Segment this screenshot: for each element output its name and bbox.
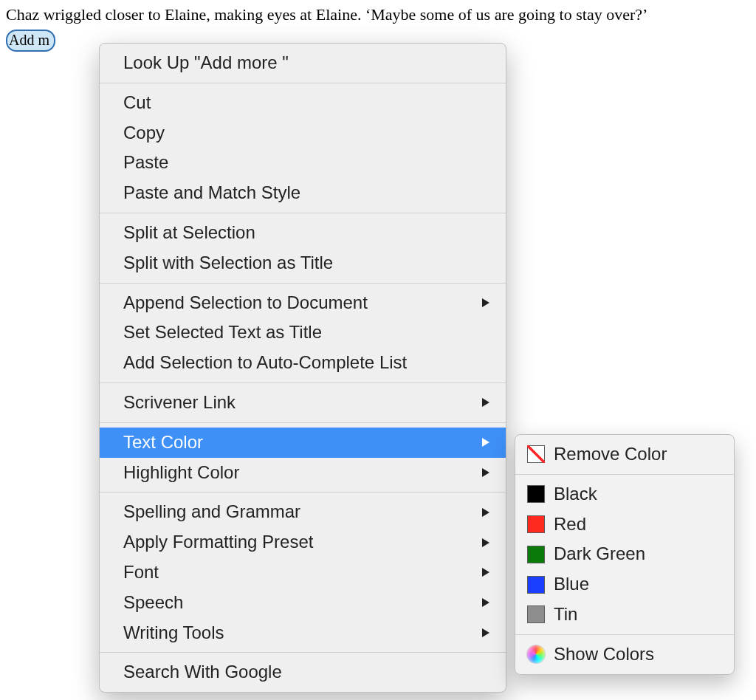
svg-marker-8 (482, 628, 489, 637)
submenu-arrow-icon (481, 436, 491, 448)
menu-cut[interactable]: Cut (100, 88, 506, 118)
submenu-arrow-icon (481, 397, 491, 408)
submenu-item-label: Black (554, 481, 597, 507)
menu-item-label: Scrivener Link (123, 392, 236, 412)
menu-separator (100, 283, 506, 284)
menu-separator (100, 422, 506, 423)
color-swatch-icon (527, 485, 545, 503)
menu-apply-formatting-preset[interactable]: Apply Formatting Preset (100, 527, 506, 557)
submenu-color-red[interactable]: Red (515, 509, 734, 540)
menu-add-selection-to-autocomplete-list[interactable]: Add Selection to Auto-Complete List (100, 348, 506, 378)
menu-copy[interactable]: Copy (100, 118, 506, 148)
menu-append-selection-to-document[interactable]: Append Selection to Document (100, 288, 506, 318)
submenu-arrow-icon (481, 627, 491, 639)
svg-marker-4 (482, 508, 489, 517)
menu-item-label: Speech (123, 592, 183, 612)
menu-speech[interactable]: Speech (100, 588, 506, 618)
text-color-submenu: Remove Color Black Red Dark Green Blue T… (515, 434, 735, 675)
menu-separator (100, 382, 506, 383)
menu-item-label: Font (123, 562, 159, 582)
svg-marker-5 (482, 538, 489, 547)
menu-highlight-color[interactable]: Highlight Color (100, 458, 506, 488)
menu-split-with-selection-as-title[interactable]: Split with Selection as Title (100, 248, 506, 278)
submenu-item-label: Blue (554, 572, 589, 597)
color-wheel-icon (527, 645, 545, 663)
menu-paste-match-style[interactable]: Paste and Match Style (100, 178, 506, 208)
menu-separator (515, 634, 734, 635)
menu-item-label: Highlight Color (123, 462, 239, 482)
submenu-arrow-icon (481, 537, 491, 549)
menu-item-label: Text Color (123, 432, 203, 452)
submenu-item-label: Show Colors (554, 642, 654, 668)
menu-separator (100, 492, 506, 493)
menu-separator (515, 474, 734, 475)
context-menu: Look Up "Add more " Cut Copy Paste Paste… (99, 43, 506, 693)
svg-marker-0 (482, 298, 489, 307)
submenu-item-label: Dark Green (554, 541, 645, 567)
submenu-item-label: Remove Color (554, 442, 667, 467)
submenu-color-black[interactable]: Black (515, 479, 734, 509)
menu-item-label: Append Selection to Document (123, 292, 368, 312)
submenu-show-colors[interactable]: Show Colors (515, 639, 734, 670)
menu-text-color[interactable]: Text Color (100, 428, 506, 458)
svg-marker-2 (482, 438, 489, 447)
submenu-arrow-icon (481, 566, 491, 578)
submenu-arrow-icon (481, 507, 491, 518)
submenu-color-blue[interactable]: Blue (515, 569, 734, 600)
menu-scrivener-link[interactable]: Scrivener Link (100, 388, 506, 418)
annotation-bubble[interactable]: Add m (6, 30, 55, 52)
menu-set-selected-text-as-title[interactable]: Set Selected Text as Title (100, 318, 506, 348)
svg-marker-7 (482, 598, 489, 607)
menu-separator (100, 213, 506, 213)
remove-color-swatch-icon (527, 445, 545, 463)
menu-writing-tools[interactable]: Writing Tools (100, 618, 506, 648)
menu-item-label: Spelling and Grammar (123, 501, 300, 521)
menu-item-label: Apply Formatting Preset (123, 532, 313, 552)
svg-marker-1 (482, 398, 489, 407)
color-swatch-icon (527, 605, 545, 623)
submenu-arrow-icon (481, 597, 491, 608)
submenu-color-dark-green[interactable]: Dark Green (515, 539, 734, 569)
menu-spelling-and-grammar[interactable]: Spelling and Grammar (100, 497, 506, 527)
svg-marker-6 (482, 568, 489, 577)
color-swatch-icon (527, 576, 545, 594)
submenu-arrow-icon (481, 297, 491, 309)
document-text-line[interactable]: Chaz wriggled closer to Elaine, making e… (6, 4, 750, 25)
submenu-item-label: Red (554, 512, 586, 538)
menu-search-with-google[interactable]: Search With Google (100, 657, 506, 687)
menu-separator (100, 83, 506, 83)
menu-split-at-selection[interactable]: Split at Selection (100, 218, 506, 248)
submenu-item-label: Tin (554, 602, 577, 628)
menu-font[interactable]: Font (100, 557, 506, 588)
submenu-color-tin[interactable]: Tin (515, 600, 734, 630)
submenu-remove-color[interactable]: Remove Color (515, 439, 734, 470)
color-swatch-icon (527, 546, 545, 563)
color-swatch-icon (527, 515, 545, 533)
menu-lookup[interactable]: Look Up "Add more " (100, 48, 506, 78)
menu-paste[interactable]: Paste (100, 148, 506, 178)
menu-item-label: Writing Tools (123, 622, 224, 642)
submenu-arrow-icon (481, 467, 491, 478)
svg-marker-3 (482, 468, 489, 477)
menu-separator (100, 652, 506, 653)
